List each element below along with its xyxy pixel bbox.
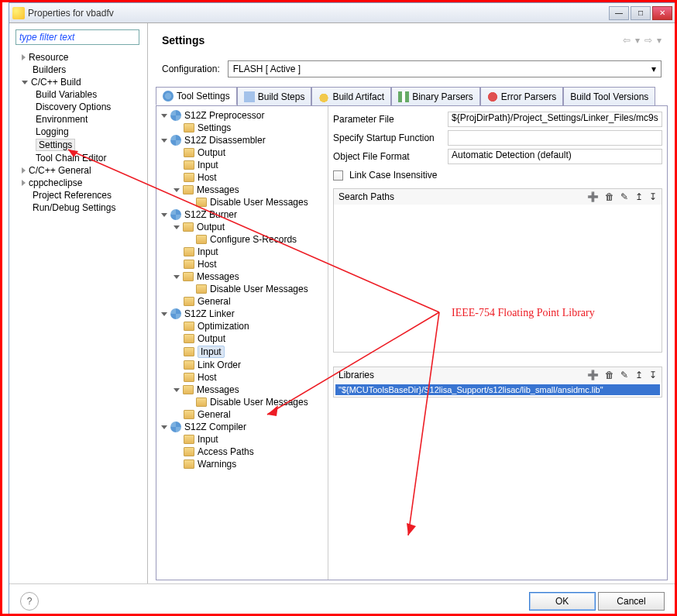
settings-node[interactable]: S12Z Preprocessor [158, 109, 326, 122]
properties-dialog: Properties for vbadfv — □ ✕ ResourceBuil… [9, 2, 676, 616]
nav-item[interactable]: Builders [12, 64, 144, 76]
nav-item[interactable]: Build Variables [12, 88, 144, 101]
startup-field[interactable] [448, 130, 662, 146]
nav-item[interactable]: Settings [12, 138, 144, 152]
down-icon[interactable]: ↧ [649, 370, 657, 380]
nav-item[interactable]: Environment [12, 113, 144, 126]
settings-node[interactable]: Messages [158, 184, 326, 196]
settings-node[interactable]: Output [158, 146, 326, 159]
settings-node[interactable]: Host [158, 171, 326, 184]
settings-node[interactable]: Host [158, 258, 326, 270]
settings-node[interactable]: General [158, 408, 326, 421]
nav-item[interactable]: Project References [12, 189, 144, 201]
folder-icon [196, 397, 207, 407]
libraries-list[interactable]: "${MCUToolsBaseDir}/S12lisa_Support/s12l… [334, 383, 662, 397]
title-bar: Properties for vbadfv — □ ✕ [9, 3, 675, 23]
tool-settings-tree: S12Z PreprocessorSettingsS12Z Disassembl… [156, 106, 328, 580]
settings-node[interactable]: Input [158, 159, 326, 171]
nav-arrows[interactable]: ⇦▾ ⇨▾ [623, 35, 662, 46]
objfmt-dropdown[interactable]: Automatic Detection (default) [448, 149, 662, 164]
button-row: ? OK Cancel [9, 583, 675, 616]
edit-icon[interactable]: ✎ [620, 370, 628, 380]
cancel-button[interactable]: Cancel [598, 592, 665, 611]
settings-node[interactable]: Input [158, 345, 326, 359]
settings-node[interactable]: Messages [158, 270, 326, 283]
settings-node[interactable]: Access Paths [158, 446, 326, 458]
nav-pane: ResourceBuildersC/C++ BuildBuild Variabl… [9, 23, 148, 583]
settings-node[interactable]: Output [158, 332, 326, 345]
nav-item[interactable]: Run/Debug Settings [12, 201, 144, 214]
folder-icon [184, 410, 194, 419]
tab-binary-parsers[interactable]: Binary Parsers [391, 87, 480, 105]
settings-node[interactable]: Link Order [158, 359, 326, 371]
settings-node[interactable]: Input [158, 433, 326, 446]
settings-node[interactable]: Optimization [158, 320, 326, 332]
search-paths-label: Search Paths [338, 191, 394, 202]
settings-node[interactable]: Warnings [158, 458, 326, 470]
ok-button[interactable]: OK [529, 592, 596, 611]
libraries-label: Libraries [338, 370, 374, 380]
folder-icon [183, 385, 194, 394]
nav-item[interactable]: C/C++ Build [12, 76, 144, 88]
settings-node[interactable]: Disable User Messages [158, 283, 326, 295]
gear-icon [163, 91, 174, 102]
filter-input[interactable] [15, 29, 139, 45]
param-file-field[interactable]: ${ProjDirPath}/Project_Settings/Linker_F… [448, 112, 662, 127]
tab-build-steps[interactable]: Build Steps [237, 87, 312, 105]
add-icon[interactable]: ➕ [587, 191, 599, 202]
minimize-button[interactable]: — [609, 6, 629, 20]
folder-icon [184, 459, 194, 469]
link-case-checkbox[interactable] [333, 170, 343, 181]
nav-tree: ResourceBuildersC/C++ BuildBuild Variabl… [12, 51, 144, 214]
param-file-label: Parameter File [333, 114, 442, 125]
forward-icon[interactable]: ⇨ [644, 35, 652, 46]
page-title: Settings [162, 34, 204, 46]
delete-icon[interactable]: 🗑 [605, 370, 614, 380]
edit-icon[interactable]: ✎ [620, 191, 628, 202]
gear-icon [170, 110, 181, 121]
back-icon[interactable]: ⇦ [623, 35, 631, 46]
nav-item[interactable]: cppcheclipse [12, 177, 144, 189]
settings-node[interactable]: Input [158, 246, 326, 258]
settings-node[interactable]: Disable User Messages [158, 196, 326, 208]
tab-tool-settings[interactable]: Tool Settings [156, 87, 237, 105]
search-paths-list[interactable] [334, 205, 662, 352]
close-button[interactable]: ✕ [652, 6, 672, 20]
settings-node[interactable]: S12Z Disassembler [158, 134, 326, 146]
library-entry-selected[interactable]: "${MCUToolsBaseDir}/S12lisa_Support/s12l… [335, 384, 660, 395]
nav-item[interactable]: C/C++ General [12, 164, 144, 177]
settings-node[interactable]: Disable User Messages [158, 396, 326, 408]
add-icon[interactable]: ➕ [587, 370, 599, 380]
main-pane: Settings ⇦▾ ⇨▾ Configuration: FLASH [ Ac… [148, 23, 675, 583]
settings-node[interactable]: Output [158, 221, 326, 233]
link-case-label: Link Case Insensitive [349, 170, 437, 181]
settings-node[interactable]: Configure S-Records [158, 233, 326, 246]
up-icon[interactable]: ↥ [635, 370, 643, 380]
down-icon[interactable]: ↧ [649, 191, 657, 202]
delete-icon[interactable]: 🗑 [605, 191, 614, 202]
nav-item[interactable]: Resource [12, 51, 144, 64]
objfmt-label: Object File Format [333, 151, 442, 162]
help-button[interactable]: ? [20, 592, 39, 611]
config-dropdown[interactable]: FLASH [ Active ] ▾ [228, 60, 662, 77]
settings-node[interactable]: S12Z Linker [158, 308, 326, 320]
nav-item[interactable]: Logging [12, 126, 144, 138]
tab-build-artifact[interactable]: Build Artifact [311, 87, 391, 105]
libraries-toolbar[interactable]: ➕ 🗑 ✎ ↥ ↧ [583, 370, 657, 380]
settings-node[interactable]: Messages [158, 384, 326, 396]
tab-build-tool-versions[interactable]: Build Tool Versions [563, 87, 655, 105]
settings-node[interactable]: Host [158, 371, 326, 384]
maximize-button[interactable]: □ [631, 6, 651, 20]
gear-icon [170, 308, 181, 319]
tab-error-parsers[interactable]: Error Parsers [480, 87, 563, 105]
nav-item[interactable]: Tool Chain Editor [12, 152, 144, 164]
settings-node[interactable]: Settings [158, 122, 326, 134]
up-icon[interactable]: ↥ [635, 191, 643, 202]
properties-panel: Parameter File ${ProjDirPath}/Project_Se… [328, 106, 667, 580]
nav-item[interactable]: Discovery Options [12, 101, 144, 113]
folder-icon [183, 185, 194, 194]
settings-node[interactable]: S12Z Compiler [158, 421, 326, 433]
settings-node[interactable]: S12Z Burner [158, 208, 326, 221]
search-paths-toolbar[interactable]: ➕ 🗑 ✎ ↥ ↧ [583, 191, 657, 202]
settings-node[interactable]: General [158, 295, 326, 308]
